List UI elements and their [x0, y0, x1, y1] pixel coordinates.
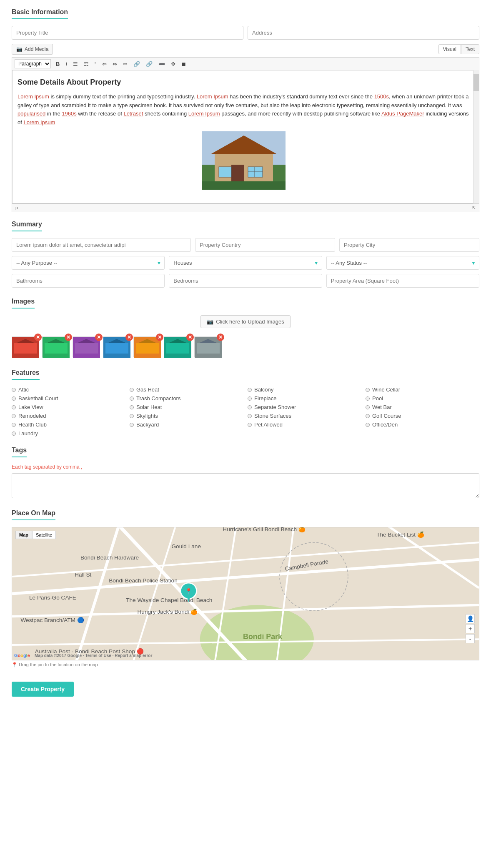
upload-button[interactable]: 📷 Click here to Upload Images: [200, 315, 290, 328]
feature-label-separate-shower: Separate Shower: [254, 404, 296, 410]
area-input[interactable]: [326, 274, 479, 288]
map-controls: 👤 + -: [466, 614, 475, 643]
feature-balcony: Balcony: [248, 386, 361, 393]
remove-thumb-4-button[interactable]: ✕: [125, 334, 133, 341]
ol-button[interactable]: ☶: [81, 60, 91, 68]
remove-thumb-2-button[interactable]: ✕: [65, 334, 72, 341]
hall-st-label: Hall St: [75, 572, 91, 578]
google-e: e: [28, 653, 30, 658]
link-aldus[interactable]: Aldus PageMaker: [381, 110, 424, 117]
feature-dot-laundry[interactable]: [12, 431, 16, 436]
svg-rect-4: [231, 165, 244, 183]
feature-dot-fireplace[interactable]: [248, 396, 252, 401]
address-input[interactable]: [248, 26, 479, 40]
feature-dot-pool[interactable]: [366, 396, 370, 401]
feature-label-backyard: Backyard: [136, 421, 159, 428]
lorem-link-2[interactable]: Lorem Ipsum: [197, 93, 228, 100]
feature-dot-attic[interactable]: [12, 388, 16, 392]
feature-dot-gas-heat[interactable]: [130, 388, 134, 392]
paragraph-select[interactable]: Paragraph: [15, 59, 51, 68]
bold-button[interactable]: B: [53, 60, 62, 68]
feature-dot-backyard[interactable]: [130, 423, 134, 427]
svg-rect-23: [136, 343, 159, 354]
table-button[interactable]: ◼: [179, 60, 188, 68]
property-title-input[interactable]: [12, 26, 243, 40]
tags-input[interactable]: [12, 473, 479, 498]
remove-thumb-3-button[interactable]: ✕: [95, 334, 103, 341]
link-lorem-3[interactable]: Lorem Ipsum: [188, 110, 220, 117]
ul-button[interactable]: ☰: [70, 60, 80, 68]
editor-scrollbar[interactable]: [473, 70, 479, 203]
separator-button[interactable]: ➖: [156, 60, 168, 68]
media-icon: 📷: [16, 46, 23, 52]
feature-dot-wet-bar[interactable]: [366, 405, 370, 409]
feature-label-wine-cellar: Wine Cellar: [372, 386, 400, 393]
map-drag-hint: 📍 Drag the pin to the location on the ma…: [12, 662, 479, 667]
map-toggle: Map Satellite: [15, 531, 56, 539]
zoom-out-button[interactable]: -: [466, 634, 475, 643]
lorem-link-1[interactable]: Lorem Ipsum: [18, 93, 49, 100]
align-center-button[interactable]: ⇔: [110, 60, 120, 68]
status-p: p: [15, 205, 18, 211]
editor-content[interactable]: Some Details About Property Lorem Ipsum …: [12, 70, 479, 203]
expand-button[interactable]: ✥: [168, 60, 178, 68]
satellite-button[interactable]: Satellite: [32, 531, 56, 539]
status-select[interactable]: -- Any Status -- Active Inactive Pending: [326, 256, 479, 270]
hungry-jacks-label: Hungry Jack's Bondi 🍊: [137, 608, 198, 615]
feature-dot-trash[interactable]: [130, 396, 134, 401]
align-left-button[interactable]: ⇦: [100, 60, 109, 68]
blockquote-button[interactable]: “: [92, 60, 99, 68]
link-1500[interactable]: 1500s: [374, 93, 389, 100]
feature-dot-basketball[interactable]: [12, 396, 16, 401]
remove-thumb-5-button[interactable]: ✕: [156, 334, 163, 341]
link-1960[interactable]: 1960s: [62, 110, 76, 117]
type-select[interactable]: Houses Apartment Condo Villa Commercial: [169, 256, 322, 270]
thumb-6: ✕: [164, 336, 191, 357]
link-popularised[interactable]: popularised: [18, 110, 45, 117]
feature-dot-health-club[interactable]: [12, 423, 16, 427]
bathrooms-input[interactable]: [12, 274, 165, 288]
feature-dot-separate-shower[interactable]: [248, 405, 252, 409]
link-lorem-4[interactable]: Lorem Ipsum: [23, 119, 55, 125]
italic-button[interactable]: I: [63, 60, 70, 68]
link-letraset[interactable]: Letraset: [123, 110, 143, 117]
link-button[interactable]: 🔗: [131, 60, 143, 68]
summary-section: Summary -- Any Purpose -- For Sale For R…: [12, 221, 479, 288]
align-right-button[interactable]: ⇨: [120, 60, 130, 68]
resize-handle[interactable]: ⇱: [472, 205, 476, 211]
country-input[interactable]: [195, 238, 335, 252]
visual-button[interactable]: Visual: [438, 44, 461, 54]
feature-dot-remodeled[interactable]: [12, 414, 16, 418]
feature-dot-wine-cellar[interactable]: [366, 388, 370, 392]
remove-thumb-6-button[interactable]: ✕: [186, 334, 194, 341]
feature-dot-office-den[interactable]: [366, 423, 370, 427]
status-select-wrap: -- Any Status -- Active Inactive Pending…: [326, 256, 479, 270]
feature-dot-stone-surfaces[interactable]: [248, 414, 252, 418]
add-media-button[interactable]: 📷 Add Media: [12, 44, 53, 55]
description-input[interactable]: [12, 238, 191, 252]
feature-label-pet-allowed: Pet Allowed: [254, 421, 283, 428]
person-icon-btn[interactable]: 👤: [466, 614, 475, 623]
feature-dot-pet-allowed[interactable]: [248, 423, 252, 427]
remove-thumb-1-button[interactable]: ✕: [34, 334, 42, 341]
remove-thumb-7-button[interactable]: ✕: [217, 334, 224, 341]
feature-dot-balcony[interactable]: [248, 388, 252, 392]
link-remove-button[interactable]: 🔗: [143, 60, 155, 68]
city-input[interactable]: [339, 238, 479, 252]
feature-dot-golf-course[interactable]: [366, 414, 370, 418]
feature-dot-solar-heat[interactable]: [130, 405, 134, 409]
tags-title: Tags: [12, 447, 27, 457]
feature-label-stone-surfaces: Stone Surfaces: [254, 413, 291, 419]
feature-health-club: Health Club: [12, 421, 125, 428]
feature-dot-lake-view[interactable]: [12, 405, 16, 409]
editor-text-2: has been the industry's standard dummy t…: [228, 93, 374, 100]
feature-dot-skylights[interactable]: [130, 414, 134, 418]
zoom-in-button[interactable]: +: [466, 624, 475, 633]
create-property-button[interactable]: Create Property: [12, 682, 74, 697]
map-button[interactable]: Map: [15, 531, 32, 539]
basic-info-section: Basic Information 📷 Add Media Visual Tex…: [12, 8, 479, 212]
bedrooms-input[interactable]: [169, 274, 322, 288]
text-button[interactable]: Text: [461, 44, 479, 54]
editor-text-4: in the: [45, 110, 62, 117]
purpose-select[interactable]: -- Any Purpose -- For Sale For Rent: [12, 256, 165, 270]
